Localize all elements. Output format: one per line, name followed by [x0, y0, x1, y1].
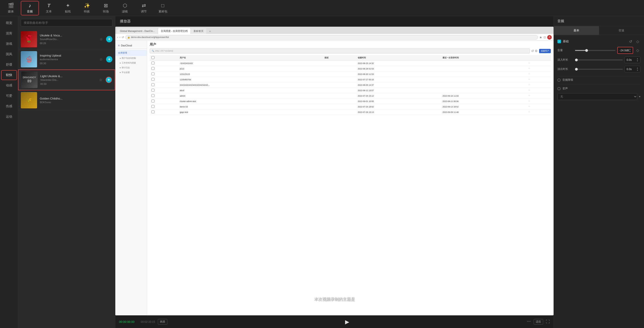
sidebar-cat-cute2[interactable]: 可爱 — [1, 91, 17, 101]
sidebar-cat-mix[interactable]: 混剪 — [1, 28, 17, 38]
voice-select-arrow: ▾ — [639, 95, 640, 98]
toolbar-effects[interactable]: ✨ 特效 — [78, 1, 96, 16]
fade-in-slider[interactable] — [575, 60, 623, 60]
fade-out-row: 淡出时长 0.0s ▲ ▼ — [558, 66, 640, 72]
refresh-btn[interactable]: ↺ — [531, 49, 534, 53]
fade-out-label: 淡出时长 — [558, 67, 573, 71]
browser-nav-back[interactable]: ‹ — [117, 36, 118, 39]
bc-nav-users[interactable]: ▸ 用户与访问控制 — [115, 56, 147, 60]
browser-tab-active[interactable]: 全局用度 - 全局管理文档 — [158, 28, 190, 34]
table-row: cluster-admin-test2022-09-01 10:052022-0… — [150, 99, 551, 104]
sidebar-cat-dynamic[interactable]: 动感 — [1, 80, 17, 90]
sidebar-cat-relaxing[interactable]: 舒缓 — [1, 60, 17, 70]
music-info: Ukulele & Voca... SoundRoseStu... 00:26 — [40, 34, 95, 44]
music-search-input[interactable] — [21, 19, 112, 26]
fullscreen-icon[interactable]: ⛶ — [546, 320, 550, 324]
reset-icon[interactable]: ↺ — [628, 39, 633, 44]
fade-out-value[interactable]: 0.0s ▲ ▼ — [624, 66, 640, 72]
browser-profile[interactable]: A — [547, 35, 552, 40]
diamond-icon[interactable]: ◇ — [635, 39, 640, 44]
waveform-icon[interactable]: 〰 — [527, 320, 531, 324]
table-row: jt2132022-06-28 01:53⋯ — [150, 66, 551, 72]
toolbar-adjust[interactable]: ⇄ 调节 — [135, 1, 153, 16]
denoise-toggle[interactable] — [558, 78, 560, 82]
browser-nav-forward[interactable]: › — [120, 36, 120, 39]
bc-nav-global[interactable]: 全局管理 — [115, 50, 147, 56]
create-user-button[interactable]: 创建用户 — [539, 49, 551, 53]
sidebar-cat-sport[interactable]: 运动 — [1, 112, 17, 122]
toolbar-filter[interactable]: ⬡ 滤镜 — [116, 1, 134, 16]
browser-tab[interactable]: 新标签页 — [191, 28, 206, 34]
toolbar-media[interactable]: 🎬 媒体 — [2, 1, 20, 16]
music-artist: Veaceslav Dra... — [40, 78, 95, 81]
total-time: 00:02:33:15 — [141, 320, 155, 324]
user-search-input[interactable]: 🔍 请输入用户名或邮箱 — [152, 50, 173, 52]
browser-nav-refresh[interactable]: ↺ — [122, 36, 124, 39]
basic-checkbox[interactable]: ✓ — [558, 40, 561, 43]
subtitle-overlay: 本次视频录制的主题是 — [314, 296, 355, 302]
music-item-selected[interactable]: DRAGANOY89 Light Ukulele &... Veaceslav … — [18, 70, 115, 90]
effects-icon: ✨ — [84, 3, 90, 8]
add-music-button[interactable]: + — [106, 56, 112, 62]
add-music-button[interactable]: + — [106, 36, 112, 42]
voice-select[interactable]: 无 — [558, 93, 637, 100]
sidebar-cat-light[interactable]: 轻快 — [1, 70, 17, 80]
volume-arrows[interactable]: ▲ ▼ — [629, 48, 631, 52]
audio-tabs: 基本 变速 — [554, 26, 644, 35]
select-all-checkbox[interactable] — [152, 56, 154, 59]
favorite-button[interactable]: ☆ — [98, 56, 104, 62]
browser-url-bar[interactable]: 🔒 demo-dev.daocloud.io/ghippo/user/list — [125, 35, 538, 40]
play-button[interactable]: ▶ — [343, 318, 351, 326]
toolbar-transition[interactable]: ⊠ 转场 — [97, 1, 115, 16]
toolbar-sticker[interactable]: ✦ 贴纸 — [59, 1, 77, 16]
bc-nav-audit[interactable]: ▸ 审计日志 — [115, 65, 147, 70]
music-artist: SoundRoseStu... — [40, 38, 95, 40]
sidebar-cat-chinese[interactable]: 国风 — [1, 49, 17, 59]
toolbar-pack[interactable]: □ 素材包 — [154, 1, 172, 16]
toolbar-audio[interactable]: ♪ 音频 — [21, 1, 39, 16]
volume-diamond-icon[interactable]: ◇ — [635, 48, 640, 53]
fade-in-arrows[interactable]: ▲ ▼ — [636, 58, 638, 62]
add-music-button[interactable]: + — [106, 77, 112, 83]
col-header-checkbox — [150, 55, 178, 60]
sidebar-cat-cute[interactable]: 萌宠 — [1, 18, 17, 28]
settings-btn[interactable]: ⚙ — [535, 49, 538, 53]
quality-button[interactable]: 画质 — [158, 319, 167, 324]
browser-mockup: Global Management - DaoClo... 全局用度 - 全局管… — [115, 27, 554, 315]
tab-basic[interactable]: 基本 — [554, 26, 599, 35]
browser-extensions[interactable]: ⊡ — [544, 36, 546, 39]
voice-change-toggle[interactable] — [558, 87, 560, 90]
fade-out-arrows[interactable]: ▲ ▼ — [636, 67, 638, 71]
volume-slider[interactable] — [575, 50, 616, 51]
music-info: Light Ukulele &... Veaceslav Dra... 00:3… — [40, 74, 95, 85]
fade-in-value[interactable]: 0.0s ▲ ▼ — [624, 56, 640, 63]
volume-value-box[interactable]: -24.0dB ▲ ▼ — [617, 47, 633, 54]
music-thumb: 👙 — [21, 51, 37, 68]
sidebar-cat-game[interactable]: 游戏 — [1, 39, 17, 49]
transition-icon: ⊠ — [104, 3, 108, 8]
toolbar-text[interactable]: T 文本 — [40, 1, 58, 16]
pack-icon: □ — [161, 3, 164, 8]
music-actions: ☆ + — [98, 77, 112, 83]
music-item[interactable]: 👙 Inspiring Upbeat audiomechanica 00:30 … — [18, 49, 115, 70]
favorite-button[interactable]: ☆ — [98, 36, 104, 42]
fade-out-slider[interactable] — [575, 69, 623, 70]
new-tab-button[interactable]: + — [208, 29, 212, 34]
browser-bookmark[interactable]: ★ — [539, 36, 542, 39]
sidebar-cat-sad[interactable]: 伤感 — [1, 101, 17, 111]
music-duration: 00:30 — [40, 62, 95, 65]
media-icon: 🎬 — [8, 3, 14, 8]
music-item[interactable]: 🌹 Ukulele & Voca... SoundRoseStu... 00:2… — [18, 29, 115, 49]
adapt-button[interactable]: 适应 — [534, 319, 543, 324]
top-toolbar: 🎬 媒体 ♪ 音频 T 文本 ✦ 贴纸 ✨ 特效 ⊠ 转场 ⬡ 滤镜 ⇄ 调节 … — [0, 0, 644, 16]
music-item[interactable]: 🌾 Golden Childho... BDKSonic — [18, 90, 115, 110]
browser-tab[interactable]: Global Management - DaoClo... — [117, 28, 158, 34]
bc-nav-workspace[interactable]: ▸ 工作空间与层级 — [115, 60, 147, 65]
table-row: abcd2022-06-12 13:57⋯ — [150, 88, 551, 93]
tab-speed[interactable]: 变速 — [599, 26, 644, 35]
favorite-button[interactable]: ☆ — [98, 77, 104, 83]
current-time: 00:00:00:00 — [119, 320, 134, 324]
bc-nav-settings[interactable]: ▸ 平台设置 — [115, 70, 147, 75]
col-header-actions — [526, 55, 551, 60]
music-panel: 🌹 Ukulele & Voca... SoundRoseStu... 00:2… — [18, 16, 115, 328]
